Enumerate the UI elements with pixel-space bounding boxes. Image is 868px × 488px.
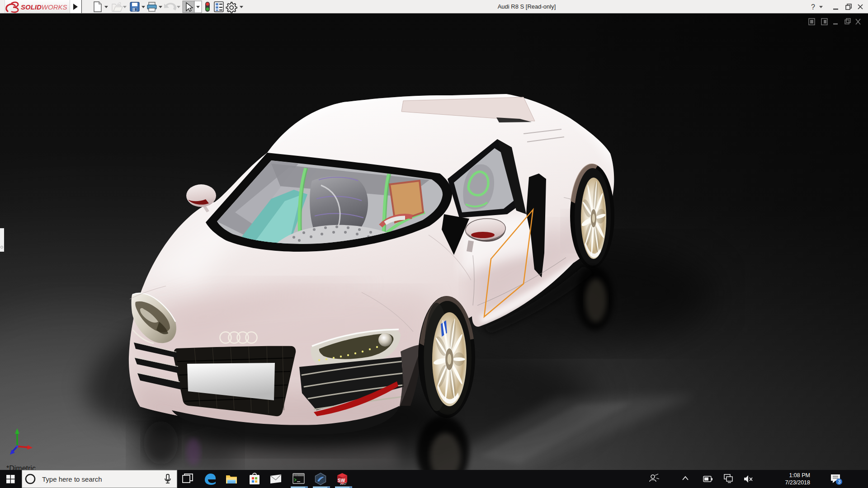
svg-text:SOLIDWORKS: SOLIDWORKS [21,3,67,11]
svg-text:3: 3 [838,479,841,484]
svg-text:?: ? [811,3,815,11]
svg-text:C:\_: C:\_ [294,474,300,477]
svg-text:2017: 2017 [340,482,347,485]
